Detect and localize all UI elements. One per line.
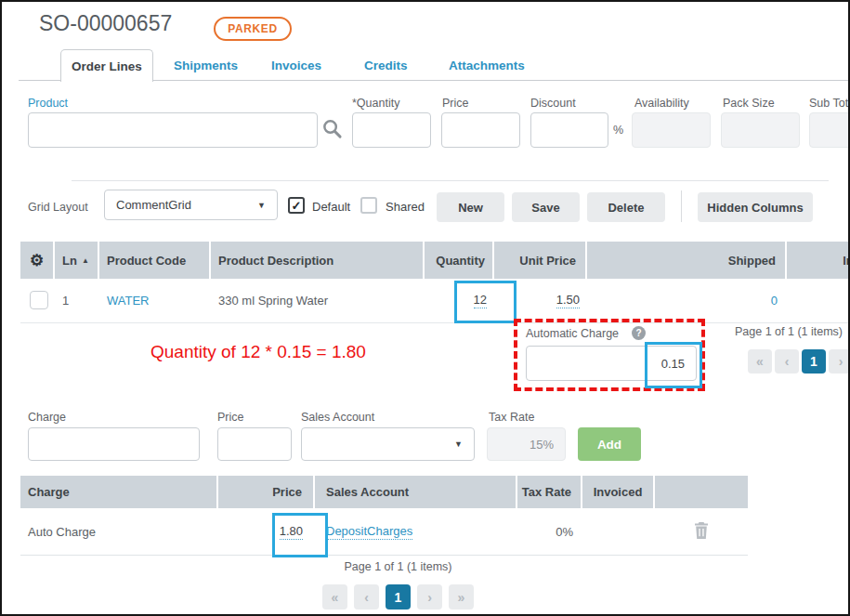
availability-field xyxy=(632,112,711,148)
tax-rate-field xyxy=(487,427,566,461)
charges-header-charge: Charge xyxy=(20,476,218,508)
quantity-input[interactable] xyxy=(352,112,431,148)
charges-page-1-button[interactable]: 1 xyxy=(386,584,411,609)
product-input[interactable] xyxy=(28,112,318,148)
delete-charge-icon[interactable] xyxy=(694,522,709,542)
header-quantity[interactable]: Quantity xyxy=(425,242,494,279)
charges-header-price: Price xyxy=(218,476,315,508)
product-label: Product xyxy=(28,97,68,110)
charges-next-page-button[interactable]: › xyxy=(417,584,442,609)
charge-price-input[interactable] xyxy=(217,427,292,461)
row-divider xyxy=(20,322,850,323)
product-code-link[interactable]: WATER xyxy=(107,294,150,308)
sort-asc-icon: ▲ xyxy=(82,256,89,265)
availability-label: Availability xyxy=(634,97,689,110)
first-page-button[interactable]: « xyxy=(748,349,772,374)
charges-cell-tax-rate: 0% xyxy=(517,508,573,555)
toolbar-divider xyxy=(681,190,682,222)
new-button[interactable]: New xyxy=(437,192,504,222)
charges-header-invoiced: Invoiced xyxy=(582,476,655,508)
order-lines-page-summary: Page 1 of 1 (1 items) xyxy=(735,325,843,338)
chevron-down-icon: ▼ xyxy=(454,439,463,449)
charges-header-sales-account: Sales Account xyxy=(315,476,517,508)
sales-account-select[interactable]: ▼ xyxy=(301,427,475,461)
charges-last-page-button[interactable]: » xyxy=(449,584,474,609)
automatic-charge-label: Automatic Charge xyxy=(526,327,619,340)
cell-quantity-editable[interactable]: 12 xyxy=(474,293,487,308)
sub-total-label: Sub Total xyxy=(809,97,850,110)
tab-attachments[interactable]: Attachments xyxy=(449,59,525,72)
charges-cell-price-editable[interactable]: 1.80 xyxy=(280,524,303,540)
pack-size-field xyxy=(721,112,800,148)
chevron-down-icon: ▼ xyxy=(257,201,266,210)
grid-layout-selected-value: CommentGrid xyxy=(116,198,191,212)
shared-checkbox-label: Shared xyxy=(386,200,425,214)
charge-label: Charge xyxy=(28,411,66,424)
header-shipped[interactable]: Shipped xyxy=(587,242,787,279)
search-icon[interactable] xyxy=(321,118,343,143)
status-badge: PARKED xyxy=(214,17,292,41)
delete-button[interactable]: Delete xyxy=(587,192,665,222)
header-product-code[interactable]: Product Code xyxy=(99,242,211,279)
price-label: Price xyxy=(442,97,468,110)
help-icon[interactable]: ? xyxy=(632,326,646,340)
header-product-description[interactable]: Product Description xyxy=(211,242,425,279)
cell-ln: 1 xyxy=(55,279,92,322)
discount-label: Discount xyxy=(530,97,576,110)
section-divider xyxy=(72,180,829,181)
next-page-button[interactable]: › xyxy=(829,349,850,374)
add-charge-button[interactable]: Add xyxy=(578,427,641,461)
save-button[interactable]: Save xyxy=(512,192,580,222)
discount-percent-suffix: % xyxy=(613,124,623,137)
annotation-formula-text: Quantity of 12 * 0.15 = 1.80 xyxy=(150,342,366,362)
sales-order-page: SO-00000657 PARKED Order Lines Shipments… xyxy=(0,0,850,616)
header-invoiced[interactable]: Invoiced xyxy=(787,242,850,279)
cell-shipped-link[interactable]: 0 xyxy=(771,294,778,308)
hidden-columns-button[interactable]: Hidden Columns xyxy=(698,192,813,222)
default-checkbox-label: Default xyxy=(312,200,350,214)
header-ln[interactable]: Ln ▲ xyxy=(55,242,99,279)
row-checkbox[interactable] xyxy=(30,291,48,309)
page-1-button[interactable]: 1 xyxy=(802,349,826,374)
header-ln-label: Ln xyxy=(62,254,77,268)
sales-account-label: Sales Account xyxy=(301,411,374,424)
automatic-charge-input[interactable] xyxy=(526,346,697,381)
tab-invoices[interactable]: Invoices xyxy=(271,59,321,72)
default-checkbox[interactable]: ✓ xyxy=(288,197,305,214)
charges-page-summary: Page 1 of 1 (1 items) xyxy=(20,560,776,573)
charge-input[interactable] xyxy=(28,427,200,461)
cell-unit-price-editable[interactable]: 1.50 xyxy=(556,293,580,308)
grid-layout-select[interactable]: CommentGrid ▼ xyxy=(104,190,278,220)
charges-cell-charge: Auto Charge xyxy=(20,508,218,555)
check-icon: ✓ xyxy=(292,199,302,213)
shared-checkbox[interactable] xyxy=(360,197,377,214)
sub-total-field xyxy=(809,112,850,148)
pack-size-label: Pack Size xyxy=(723,97,775,110)
discount-input[interactable] xyxy=(530,112,608,148)
column-settings-header[interactable]: ⚙ xyxy=(20,242,55,279)
tab-order-lines[interactable]: Order Lines xyxy=(60,49,153,82)
charges-header-tax-rate: Tax Rate xyxy=(517,476,582,508)
charges-cell-sales-account-editable[interactable]: DepositCharges xyxy=(326,524,412,540)
charge-price-label: Price xyxy=(217,411,243,424)
tax-rate-label: Tax Rate xyxy=(489,411,534,424)
gear-icon: ⚙ xyxy=(30,251,44,270)
grid-layout-label: Grid Layout xyxy=(28,201,88,214)
charges-header-actions xyxy=(655,476,748,508)
header-unit-price[interactable]: Unit Price xyxy=(494,242,587,279)
prev-page-button[interactable]: ‹ xyxy=(775,349,799,374)
quantity-label: *Quantity xyxy=(352,97,399,110)
charges-prev-page-button[interactable]: ‹ xyxy=(354,584,379,609)
tab-shipments[interactable]: Shipments xyxy=(174,59,238,72)
charges-first-page-button[interactable]: « xyxy=(322,584,347,609)
charges-row-divider xyxy=(20,555,748,556)
tab-credits[interactable]: Credits xyxy=(364,59,408,72)
price-input[interactable] xyxy=(441,112,520,148)
cell-product-description: 330 ml Spring Water xyxy=(211,279,425,322)
page-title: SO-00000657 xyxy=(39,11,172,36)
